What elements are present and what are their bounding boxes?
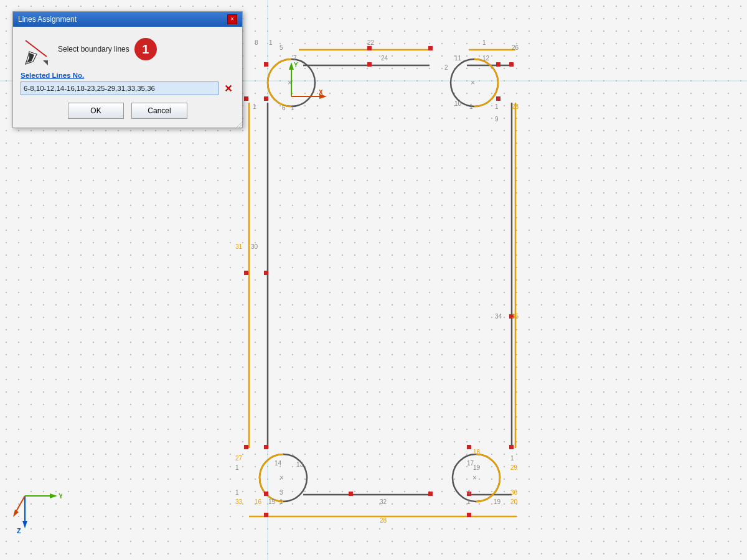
svg-text:6: 6 (282, 105, 286, 111)
svg-text:9: 9 (495, 116, 499, 123)
svg-text:1: 1 (467, 498, 471, 505)
svg-rect-43 (467, 513, 471, 517)
input-row: ✕ (21, 82, 235, 95)
instruction-row: Select boundary lines 1 (21, 33, 235, 65)
close-button[interactable]: × (227, 14, 237, 24)
svg-text:13: 13 (296, 461, 304, 468)
svg-rect-36 (264, 492, 268, 496)
lines-input[interactable] (21, 82, 218, 95)
svg-text:1: 1 (280, 498, 283, 505)
dialog-title: Lines Assignment (18, 15, 77, 24)
svg-rect-40 (467, 445, 471, 449)
svg-rect-28 (496, 62, 500, 67)
svg-text:20: 20 (510, 498, 518, 505)
coordinate-axes: Z Y (12, 483, 62, 535)
svg-text:8: 8 (255, 39, 258, 46)
clear-input-button[interactable]: ✕ (221, 82, 235, 95)
svg-rect-29 (509, 62, 514, 67)
resize-handle[interactable] (236, 121, 242, 128)
svg-text:26: 26 (512, 44, 519, 51)
svg-text:2: 2 (444, 64, 448, 71)
svg-text:×: × (472, 474, 477, 482)
svg-text:22: 22 (367, 39, 375, 46)
selected-lines-label: Selected Lines No. (21, 72, 235, 79)
svg-rect-25 (264, 62, 268, 67)
svg-text:Y: Y (294, 62, 298, 68)
svg-rect-37 (349, 492, 353, 496)
svg-text:15: 15 (268, 498, 276, 505)
svg-text:X: X (319, 89, 323, 96)
cursor-icon (21, 33, 53, 65)
lines-assignment-dialog: Lines Assignment × Select boundary lines… (12, 11, 243, 128)
svg-text:7: 7 (293, 55, 297, 62)
svg-text:12: 12 (482, 55, 490, 62)
svg-text:1: 1 (235, 489, 239, 496)
svg-text:36: 36 (510, 489, 518, 496)
z-axis-label: Z (17, 527, 21, 533)
svg-text:14: 14 (275, 460, 282, 467)
svg-text:34: 34 (495, 313, 502, 320)
svg-text:1: 1 (235, 464, 239, 471)
svg-text:27: 27 (235, 455, 243, 462)
svg-text:×: × (471, 78, 475, 87)
svg-marker-45 (289, 62, 294, 70)
button-row: OK Cancel (21, 103, 235, 119)
svg-text:28: 28 (380, 517, 387, 524)
step-number-badge: 1 (134, 38, 157, 60)
svg-text:1: 1 (495, 103, 499, 110)
svg-rect-35 (244, 445, 248, 449)
svg-rect-30 (496, 96, 500, 101)
ok-button[interactable]: OK (68, 103, 124, 119)
svg-rect-24 (367, 62, 372, 67)
svg-marker-97 (22, 521, 27, 528)
svg-marker-105 (43, 60, 48, 65)
svg-text:33: 33 (235, 498, 243, 505)
svg-rect-32 (244, 271, 248, 275)
svg-rect-22 (367, 46, 372, 50)
instruction-text: Select boundary lines (58, 45, 129, 54)
svg-line-108 (241, 127, 242, 128)
svg-rect-34 (264, 445, 268, 449)
svg-text:18: 18 (473, 449, 481, 455)
dialog-titlebar: Lines Assignment × (13, 12, 242, 27)
svg-rect-38 (428, 492, 433, 496)
svg-rect-42 (264, 513, 268, 517)
svg-text:32: 32 (380, 498, 387, 505)
svg-text:16: 16 (255, 498, 262, 505)
svg-marker-99 (50, 493, 57, 498)
svg-text:1: 1 (482, 39, 486, 46)
svg-text:19: 19 (473, 464, 481, 471)
svg-text:3: 3 (280, 489, 283, 496)
y-axis-label: Y (59, 492, 62, 500)
dialog-body: Select boundary lines 1 Selected Lines N… (13, 27, 242, 128)
svg-text:1: 1 (269, 39, 273, 46)
svg-text:29: 29 (510, 464, 518, 471)
svg-text:31: 31 (235, 243, 243, 250)
svg-text:1: 1 (510, 455, 514, 462)
svg-rect-23 (428, 46, 433, 50)
svg-text:23: 23 (512, 103, 519, 110)
svg-text:30: 30 (251, 243, 258, 250)
svg-text:1: 1 (291, 105, 294, 111)
svg-text:1: 1 (253, 103, 256, 110)
cancel-button[interactable]: Cancel (131, 103, 187, 119)
svg-text:35: 35 (512, 313, 519, 320)
cursor-icon-box (21, 33, 53, 65)
svg-text:×: × (280, 474, 284, 482)
svg-rect-27 (244, 96, 248, 101)
svg-text:10: 10 (454, 100, 462, 107)
svg-rect-41 (509, 445, 514, 449)
svg-text:19: 19 (494, 498, 501, 505)
svg-rect-31 (264, 271, 268, 275)
svg-rect-26 (264, 96, 268, 101)
svg-text:4: 4 (467, 489, 471, 496)
svg-text:5: 5 (280, 44, 283, 51)
svg-marker-101 (13, 510, 19, 517)
svg-text:24: 24 (381, 55, 388, 62)
svg-text:1: 1 (469, 103, 473, 110)
svg-text:11: 11 (454, 55, 462, 62)
